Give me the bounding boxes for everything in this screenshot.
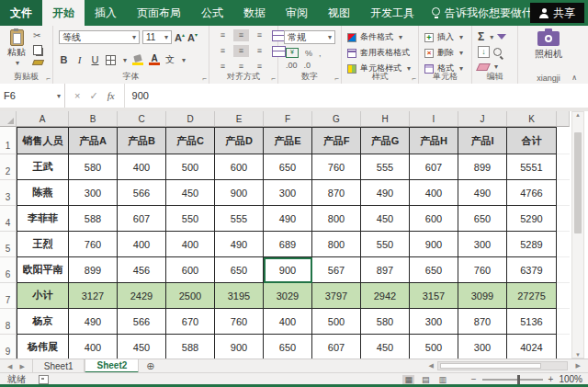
cut-icon[interactable]: ✂ (33, 31, 43, 40)
column-header-G[interactable]: G (312, 111, 361, 127)
cell[interactable]: 2942 (361, 283, 410, 309)
fill-button[interactable]: ↓ (478, 46, 502, 58)
clipboard-dialog-launcher[interactable]: ⌐ (46, 74, 51, 83)
font-color-button[interactable]: A (149, 54, 160, 65)
decrease-decimal-icon[interactable]: .0 (304, 61, 311, 70)
cell[interactable]: 650 (264, 335, 312, 359)
cell[interactable]: 760 (69, 232, 118, 257)
cell-total[interactable]: 5290 (507, 206, 557, 232)
cell[interactable]: 300 (264, 180, 312, 206)
cell[interactable]: 3099 (458, 283, 507, 309)
cell[interactable]: 550 (166, 206, 215, 232)
tab-插入[interactable]: 插入 (85, 0, 127, 26)
cell[interactable]: 899 (69, 257, 118, 283)
cell[interactable]: 900 (264, 257, 312, 283)
cell[interactable]: 450 (166, 180, 215, 206)
collapse-ribbon-icon[interactable]: ∧ (571, 74, 577, 82)
tab-数据[interactable]: 数据 (233, 0, 276, 26)
cell[interactable]: 小计 (17, 283, 69, 309)
header-cell[interactable]: 产品D (215, 127, 264, 154)
tab-页面布局[interactable]: 页面布局 (127, 0, 191, 26)
fill-color-button[interactable] (132, 55, 143, 65)
cell[interactable]: 300 (458, 335, 507, 359)
cell[interactable]: 800 (312, 232, 361, 257)
cell-total[interactable]: 4766 (507, 180, 557, 206)
cell-total[interactable]: 4024 (507, 335, 557, 359)
format-painter-icon[interactable] (32, 60, 44, 65)
cell[interactable]: 897 (361, 257, 410, 283)
cell[interactable]: 300 (458, 232, 507, 257)
tab-视图[interactable]: 视图 (318, 0, 360, 26)
cell[interactable]: 607 (118, 206, 166, 232)
cell[interactable]: 456 (118, 257, 166, 283)
cell[interactable]: 400 (264, 309, 312, 335)
align-right-button[interactable]: ≡ (252, 45, 267, 57)
cell[interactable]: 567 (312, 257, 361, 283)
cell[interactable]: 杨京 (17, 309, 69, 335)
shrink-font-button[interactable]: A▾ (187, 32, 198, 43)
cell[interactable]: 580 (361, 309, 410, 335)
align-left-button[interactable]: ≡ (215, 45, 231, 57)
borders-button[interactable] (106, 55, 116, 65)
cell[interactable]: 300 (69, 180, 118, 206)
autosum-button[interactable]: Σ ▾ (478, 30, 506, 43)
delete-cells-button[interactable]: × 删除 ▾ (424, 47, 463, 59)
cell-total[interactable]: 27275 (507, 283, 557, 309)
tab-开发工具[interactable]: 开发工具 (360, 0, 424, 26)
share-button[interactable]: 共享 (530, 3, 584, 23)
align-middle-button[interactable]: ≡ (233, 29, 249, 41)
cell[interactable]: 500 (410, 335, 458, 359)
zoom-out-icon[interactable]: − (471, 374, 477, 384)
cell[interactable]: 555 (215, 206, 264, 232)
tab-审阅[interactable]: 审阅 (276, 0, 318, 26)
sheet-tab-Sheet2[interactable]: Sheet2 (85, 359, 139, 373)
row-header-9[interactable]: 9 (0, 335, 17, 359)
cell[interactable]: 607 (312, 335, 361, 359)
cell[interactable]: 2500 (166, 283, 215, 309)
insert-cells-button[interactable]: + 插入 ▾ (424, 31, 463, 43)
cell[interactable]: 870 (458, 309, 507, 335)
cell[interactable]: 600 (410, 206, 458, 232)
camera-button[interactable]: 照相机 (518, 31, 579, 61)
cell[interactable]: 李菲菲 (17, 206, 69, 232)
enter-icon[interactable]: ✓ (89, 90, 97, 102)
row-header-7[interactable]: 7 (0, 283, 17, 309)
cell[interactable]: 王烈 (17, 232, 69, 257)
cell[interactable]: 3127 (69, 283, 118, 309)
header-cell[interactable]: 产品E (264, 127, 312, 154)
column-header-F[interactable]: F (264, 111, 312, 127)
header-cell[interactable]: 产品I (458, 127, 507, 154)
cell[interactable]: 870 (312, 180, 361, 206)
styles-dialog-launcher[interactable]: ⌐ (412, 74, 416, 83)
cell[interactable]: 650 (458, 206, 507, 232)
cell[interactable]: 550 (361, 232, 410, 257)
cell[interactable]: 3797 (312, 283, 361, 309)
cell[interactable]: 588 (69, 206, 118, 232)
cell[interactable]: 600 (166, 257, 215, 283)
cell[interactable]: 566 (118, 180, 166, 206)
cell[interactable]: 陈燕 (17, 180, 69, 206)
chevron-down-icon[interactable]: ▾ (182, 56, 186, 64)
cell[interactable]: 566 (118, 309, 166, 335)
number-dialog-launcher[interactable]: ⌐ (334, 74, 339, 83)
align-top-button[interactable]: ≡ (215, 29, 231, 41)
column-header-E[interactable]: E (215, 111, 264, 127)
cell[interactable]: 450 (361, 206, 410, 232)
find-select-icon[interactable] (493, 48, 502, 56)
header-cell[interactable]: 产品A (69, 127, 118, 154)
paste-button[interactable]: 粘贴 ▾ (5, 29, 28, 72)
cell[interactable]: 900 (215, 335, 264, 359)
cell[interactable]: 500 (312, 309, 361, 335)
cell[interactable]: 欧阳平南 (17, 257, 69, 283)
cell[interactable]: 588 (166, 335, 215, 359)
cell[interactable]: 670 (166, 309, 215, 335)
name-box[interactable]: F6 ▾ (0, 84, 65, 108)
row-header-5[interactable]: 5 (0, 232, 17, 257)
header-cell[interactable]: 产品B (118, 127, 166, 154)
italic-button[interactable]: I (74, 54, 85, 65)
increase-decimal-icon[interactable]: .00 (286, 61, 298, 70)
cell[interactable]: 650 (215, 257, 264, 283)
copy-icon[interactable] (33, 45, 42, 55)
scroll-up-icon[interactable]: ▲ (575, 112, 581, 118)
cancel-icon[interactable]: × (74, 90, 80, 101)
